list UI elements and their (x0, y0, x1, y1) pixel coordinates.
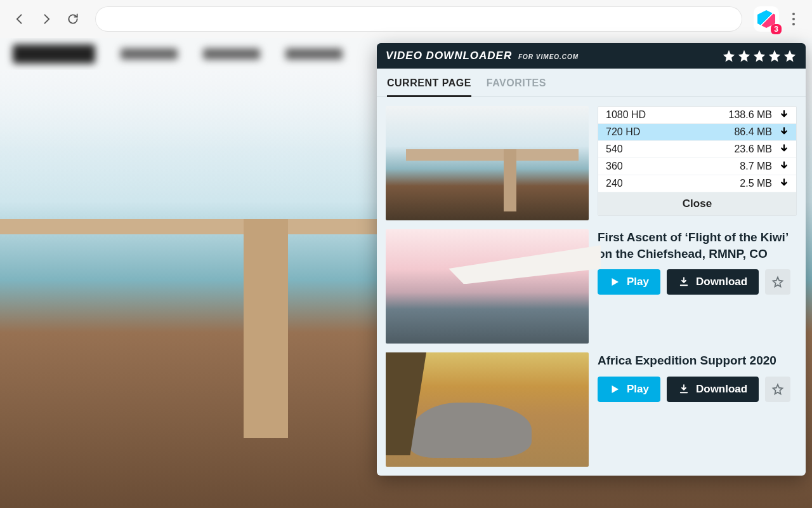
quality-label: 540 (606, 144, 734, 155)
download-arrow-icon (778, 109, 790, 121)
quality-label: 1080 HD (606, 109, 729, 121)
quality-option[interactable]: 240 2.5 MB (598, 175, 796, 192)
play-icon (609, 384, 620, 395)
popup-tabs: CURRENT PAGE FAVORITES (377, 69, 806, 97)
play-label: Play (627, 276, 649, 288)
download-arrow-icon (778, 178, 790, 189)
popup-header: VIDEO DOWNLOADER FOR VIMEO.COM (377, 43, 806, 69)
video-title: Africa Expedition Support 2020 (598, 352, 797, 369)
video-thumbnail[interactable] (386, 106, 589, 220)
video-thumbnail[interactable] (386, 229, 589, 344)
video-item: Africa Expedition Support 2020 Play Down… (386, 352, 797, 467)
download-icon (678, 384, 690, 395)
tab-current-page[interactable]: CURRENT PAGE (387, 77, 471, 97)
quality-label: 360 (606, 161, 740, 172)
favorite-button[interactable] (765, 377, 790, 402)
tab-favorites[interactable]: FAVORITES (487, 77, 546, 97)
download-icon (678, 276, 690, 288)
quality-label: 240 (606, 178, 740, 189)
video-thumbnail[interactable] (386, 352, 589, 467)
address-bar[interactable] (95, 6, 742, 32)
video-title: First Ascent of ‘Flight of the Kiwi’ on … (598, 229, 797, 262)
browser-toolbar: 3 (0, 0, 812, 38)
quality-list: 1080 HD 138.6 MB 720 HD 86.4 MB 540 23.6… (598, 106, 797, 216)
star-icon (783, 49, 797, 63)
quality-size: 2.5 MB (740, 178, 772, 189)
play-label: Play (627, 383, 649, 396)
rating-stars[interactable] (722, 49, 797, 63)
star-outline-icon (771, 383, 784, 396)
play-button[interactable]: Play (598, 377, 660, 402)
quality-size: 86.4 MB (734, 126, 772, 138)
favorite-button[interactable] (765, 269, 790, 295)
video-list: 1080 HD 138.6 MB 720 HD 86.4 MB 540 23.6… (377, 97, 806, 476)
quality-option[interactable]: 360 8.7 MB (598, 158, 796, 175)
download-arrow-icon (778, 144, 790, 155)
play-icon (609, 276, 620, 288)
download-label: Download (696, 276, 747, 288)
extension-badge: 3 (771, 24, 782, 34)
browser-menu-button[interactable] (784, 8, 803, 30)
star-icon (722, 49, 736, 63)
popup-title-main: VIDEO DOWNLOADER (386, 50, 512, 62)
quality-option[interactable]: 1080 HD 138.6 MB (598, 107, 796, 124)
quality-option[interactable]: 720 HD 86.4 MB (598, 124, 796, 141)
star-icon (768, 49, 782, 63)
quality-size: 8.7 MB (740, 161, 772, 172)
download-label: Download (696, 383, 747, 396)
download-button[interactable]: Download (667, 269, 759, 295)
extension-icon[interactable]: 3 (754, 6, 779, 32)
back-button[interactable] (9, 8, 30, 30)
video-item: First Ascent of ‘Flight of the Kiwi’ on … (386, 229, 797, 344)
play-button[interactable]: Play (598, 269, 660, 295)
popup-title: VIDEO DOWNLOADER FOR VIMEO.COM (386, 50, 579, 62)
extension-popup: VIDEO DOWNLOADER FOR VIMEO.COM CURRENT P… (377, 43, 806, 476)
star-icon (737, 49, 751, 63)
quality-label: 720 HD (606, 126, 734, 138)
forward-button[interactable] (36, 8, 57, 30)
reload-button[interactable] (62, 8, 84, 30)
star-icon (752, 49, 766, 63)
close-button[interactable]: Close (598, 192, 796, 215)
download-button[interactable]: Download (667, 377, 759, 402)
download-arrow-icon (778, 161, 790, 172)
popup-title-sub: FOR VIMEO.COM (518, 53, 579, 60)
quality-size: 23.6 MB (734, 144, 772, 155)
download-arrow-icon (778, 126, 790, 138)
blurred-site-nav (13, 44, 368, 64)
video-item: 1080 HD 138.6 MB 720 HD 86.4 MB 540 23.6… (386, 106, 797, 220)
quality-option[interactable]: 540 23.6 MB (598, 141, 796, 158)
quality-size: 138.6 MB (729, 109, 772, 121)
star-outline-icon (771, 276, 784, 288)
